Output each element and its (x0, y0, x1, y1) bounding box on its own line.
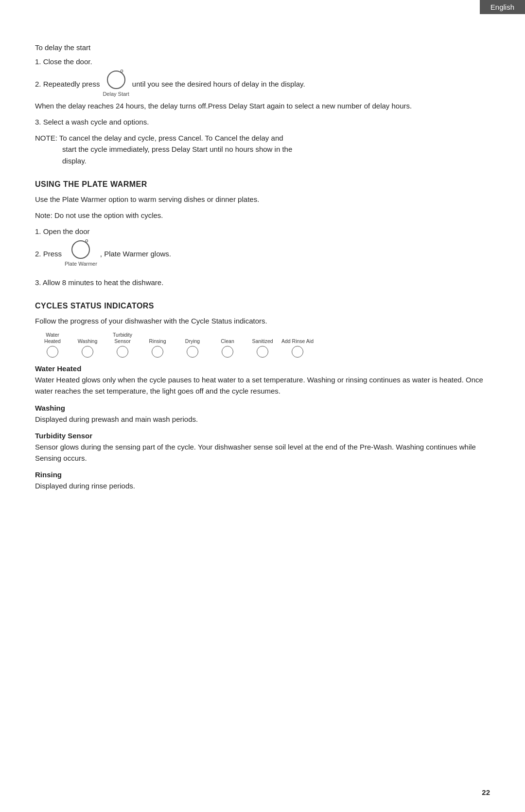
indicator-water-heated-label: WaterHeated (44, 331, 61, 345)
indicator-clean-label: Clean (221, 331, 234, 345)
water-heated-subheading: Water Heated (35, 364, 490, 373)
rinsing-text: Displayed during rinse periods. (35, 480, 490, 491)
indicator-drying-circle (187, 346, 198, 358)
plate-warmer-note: Note: Do not use the option with cycles. (35, 210, 490, 221)
cycles-heading: CYCLES STATUS INDICATORS (35, 302, 490, 310)
cycle-indicators-row: WaterHeated Washing TurbiditySensor Rins… (35, 331, 490, 358)
indicator-sanitized: Sanitized (245, 331, 280, 358)
washing-subheading: Washing (35, 404, 490, 412)
indicator-washing-label: Washing (78, 331, 97, 345)
indicator-sanitized-circle (257, 346, 268, 358)
delay-step3: 3. Select a wash cycle and options. (35, 116, 490, 127)
plate-warmer-step2-row: 2. Press Plate Warmer , Plate Warmer glo… (35, 240, 490, 268)
indicator-turbidity: TurbiditySensor (105, 331, 140, 358)
rinsing-subheading: Rinsing (35, 470, 490, 479)
delay-note2-line2: start the cycle immediately, press Delay… (62, 145, 292, 153)
indicator-drying: Drying (175, 331, 210, 358)
delay-step2-row: 2. Repeatedly press Delay Start until yo… (35, 71, 490, 98)
plate-warmer-heading: USING THE PLATE WARMER (35, 180, 490, 189)
indicator-turbidity-label: TurbiditySensor (113, 331, 132, 345)
indicator-rinsing-circle (152, 346, 163, 358)
indicator-water-heated: WaterHeated (35, 331, 70, 358)
indicator-clean-circle (222, 346, 233, 358)
plate-warmer-step2-suffix: , Plate Warmer glows. (100, 248, 171, 259)
language-tab: English (480, 0, 525, 14)
plate-warmer-step1: 1. Open the door (35, 226, 490, 237)
plate-warmer-label: Plate Warmer (65, 260, 97, 268)
indicator-water-heated-circle (47, 346, 58, 358)
turbidity-subheading: Turbidity Sensor (35, 432, 490, 440)
indicator-add-rinse-aid: Add Rinse Aid (280, 331, 315, 358)
indicator-drying-label: Drying (185, 331, 200, 345)
indicator-sanitized-label: Sanitized (252, 331, 273, 345)
plate-warmer-para1: Use the Plate Warmer option to warm serv… (35, 194, 490, 205)
delay-step2-suffix: until you see the desired hours of delay… (132, 78, 305, 90)
plate-warmer-step3: 3. Allow 8 minutes to heat the dishware. (35, 277, 490, 288)
plate-warmer-step2-prefix: 2. Press (35, 248, 62, 259)
indicator-clean: Clean (210, 331, 245, 358)
indicator-rinsing-label: Rinsing (149, 331, 166, 345)
page-number: 22 (482, 788, 490, 796)
indicator-turbidity-circle (117, 346, 128, 358)
water-heated-text: Water Heated glows only when the cycle p… (35, 374, 490, 397)
indicator-washing: Washing (70, 331, 105, 358)
plate-warmer-icon (71, 240, 90, 259)
indicator-rinsing: Rinsing (140, 331, 175, 358)
delay-step1: 1. Close the door. (35, 56, 490, 67)
indicator-washing-circle (82, 346, 93, 358)
turbidity-text: Sensor glows during the sensing part of … (35, 441, 490, 464)
washing-text: Displayed during prewash and main wash p… (35, 414, 490, 425)
delay-start-icon (107, 71, 125, 89)
delay-note1: When the delay reaches 24 hours, the del… (35, 100, 490, 111)
delay-note2-line3: display. (62, 157, 87, 165)
delay-start-button-icon: Delay Start (103, 71, 129, 98)
cycles-para1: Follow the progress of your dishwasher w… (35, 315, 490, 326)
delay-step2-prefix: 2. Repeatedly press (35, 78, 100, 90)
plate-warmer-button-wrap: Plate Warmer (65, 240, 97, 268)
delay-note2-prefix: NOTE: To cancel the delay and cycle, pre… (35, 134, 283, 142)
indicator-add-rinse-aid-circle (292, 346, 303, 358)
delay-note2-block: NOTE: To cancel the delay and cycle, pre… (35, 132, 490, 166)
indicator-add-rinse-aid-label: Add Rinse Aid (281, 331, 314, 345)
delay-intro: To delay the start (35, 42, 490, 53)
delay-start-label: Delay Start (103, 90, 129, 98)
